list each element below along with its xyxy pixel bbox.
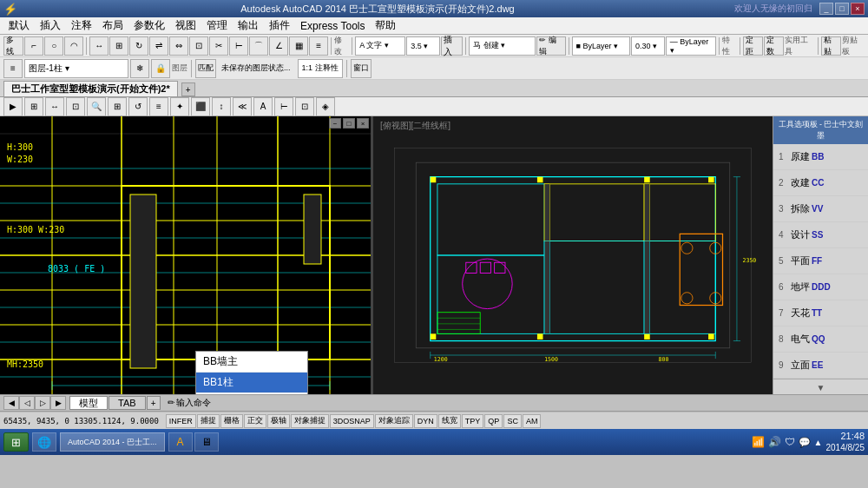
rotate-btn[interactable]: ↻ [129,36,148,56]
status-btn-3DOSNAP[interactable]: 3DOSNAP [330,414,374,428]
edit-attribute-btn[interactable]: ✏ 编辑 [536,36,565,56]
vp-tb-btn15[interactable]: ⊡ [295,97,314,116]
extend-btn[interactable]: ⊢ [229,36,248,56]
measure-btn[interactable]: 定距 [743,36,763,56]
next-btn[interactable]: ▷ [35,396,50,410]
paste-btn[interactable]: 粘贴 [821,36,841,56]
rp-item-平面[interactable]: 5平面FF [773,248,868,274]
toolbar-polyline-btn[interactable]: ⌐ [24,36,43,56]
scale-btn[interactable]: ⊡ [189,36,208,56]
minimize-button[interactable]: _ [819,3,833,15]
menu-item-layout[interactable]: 布局 [97,16,128,35]
status-btn-DYN[interactable]: DYN [414,414,437,428]
model-tab[interactable]: 模型 [69,396,108,410]
add-layout-btn[interactable]: + [147,396,161,410]
taskbar-icon2[interactable]: 🖥 [194,432,219,452]
rp-item-立面[interactable]: 9立面EE [773,353,868,379]
toolbar-circle-btn[interactable]: ○ [44,36,63,56]
right-viewport[interactable]: 1200 1500 800 2350 [俯视图][二维线框] [373,116,773,394]
block-dropdown[interactable]: 马 创建 ▾ [469,36,536,56]
rp-item-设计[interactable]: 4设计SS [773,222,868,248]
last-btn[interactable]: ▶ [50,396,66,410]
rp-item-原建[interactable]: 1原建BB [773,144,868,170]
menu-item-output[interactable]: 输出 [233,16,264,35]
move-btn[interactable]: ↔ [89,36,108,56]
insert-btn[interactable]: 插入 [441,36,463,56]
vp-tb-btn13[interactable]: A [253,97,273,116]
tray-more[interactable]: ▲ [814,438,823,447]
rp-bottom-btn[interactable]: ▼ [773,379,868,394]
start-button[interactable]: ⊞ [3,432,29,452]
rp-item-改建[interactable]: 2改建CC [773,170,868,196]
status-btn-栅格[interactable]: 栅格 [220,414,243,428]
status-btn-SC[interactable]: SC [503,414,522,428]
linetype-dropdown[interactable]: 0.30 ▾ [631,36,665,56]
play-btn[interactable]: ◀ [3,396,19,410]
vp-tb-btn1[interactable]: ▶ [3,97,23,116]
match-prop-btn[interactable]: 匹配 [195,59,216,78]
cm-item-bb11[interactable]: BB11柱填充 [196,393,307,394]
layer-manager-btn[interactable]: ≡ [3,59,23,78]
rp-item-天花[interactable]: 7天花TT [773,300,868,326]
mirror-btn[interactable]: ⇌ [149,36,168,56]
vp-tb-btn8[interactable]: ≡ [149,97,168,116]
menu-item-default[interactable]: 默认 [3,16,35,35]
taskbar-icon1[interactable]: A [168,432,193,452]
layer-dropdown[interactable]: 图层-1柱 ▾ [24,59,128,78]
status-btn-INFER[interactable]: INFER [166,414,196,428]
text-height[interactable]: 3.5 ▾ [406,36,440,56]
status-btn-AM[interactable]: AM [523,414,542,428]
vp-tb-btn14[interactable]: ⊢ [274,97,293,116]
new-tab-btn[interactable]: + [181,82,195,96]
viewport-scale-btn[interactable]: 窗口 [351,59,372,78]
tray-chat[interactable]: 💬 [799,437,811,448]
left-viewport[interactable]: H:300 W:230 H:300 W:230 MH:2350 MH:2350 … [0,116,373,394]
vp-tb-btn5[interactable]: 🔍 [87,97,106,116]
vp-tb-btn9[interactable]: ✦ [170,97,189,116]
stretch-btn[interactable]: ⇔ [169,36,188,56]
offset-btn[interactable]: ≡ [309,36,328,56]
menu-item-plugins[interactable]: 插件 [264,16,295,35]
tray-shield[interactable]: 🛡 [785,436,795,448]
rp-item-地坪[interactable]: 6地坪DDD [773,274,868,300]
status-btn-TPY[interactable]: TPY [462,414,484,428]
copy-btn[interactable]: ⊞ [109,36,128,56]
color-dropdown[interactable]: ■ ByLayer ▾ [572,36,631,56]
menu-item-parametric[interactable]: 参数化 [128,16,170,35]
lock-btn[interactable]: 🔒 [151,59,170,78]
lineweight-dropdown[interactable]: — ByLayer ▾ [666,36,716,56]
close-button[interactable]: × [851,3,865,15]
status-btn-对象捕捉[interactable]: 对象捕捉 [291,414,329,428]
status-btn-线宽[interactable]: 线宽 [438,414,461,428]
vp-tb-btn12[interactable]: ≪ [233,97,252,116]
vp-tb-btn3[interactable]: ↔ [45,97,64,116]
divide-btn[interactable]: 定数 [764,36,784,56]
vp-tb-btn10[interactable]: ⬛ [191,97,210,116]
status-btn-QP[interactable]: QP [484,414,503,428]
vp-tb-btn6[interactable]: ⊞ [108,97,127,116]
prev-btn[interactable]: ◁ [19,396,35,410]
vp-minimize[interactable]: − [329,118,341,129]
vp-tb-btn4[interactable]: ⊡ [66,97,85,116]
menu-item-view[interactable]: 视图 [170,16,201,35]
rp-item-拆除[interactable]: 3拆除VV [773,196,868,222]
cm-item-bb[interactable]: BB墙主 [196,352,307,373]
menu-item-annotation[interactable]: 注释 [66,16,97,35]
maximize-button[interactable]: □ [835,3,849,15]
vp-tb-btn2[interactable]: ⊞ [24,97,43,116]
menu-item-manage[interactable]: 管理 [201,16,233,35]
vp-tb-btn7[interactable]: ↺ [128,97,148,116]
fillet-btn[interactable]: ⌒ [249,36,268,56]
ie-icon[interactable]: 🌐 [32,432,56,452]
vp-restore[interactable]: □ [343,118,355,129]
menu-item-insert[interactable]: 插入 [35,16,66,35]
doc-tab-active[interactable]: 巴士工作室型塑模板演示(开始文件)2* [3,81,178,96]
chamfer-btn[interactable]: ∠ [269,36,288,56]
text-style-dropdown[interactable]: A 文字 ▾ [355,36,405,56]
taskbar-autocad[interactable]: AutoCAD 2014 - 巴士工... [60,432,165,452]
tray-network[interactable]: 📶 [752,436,765,448]
annotation-dropdown[interactable]: 1:1 注释性 [298,59,343,78]
menu-item-express[interactable]: Express Tools [295,18,370,34]
vp-tb-btn11[interactable]: ↕ [212,97,231,116]
tray-volume[interactable]: 🔊 [768,436,781,448]
